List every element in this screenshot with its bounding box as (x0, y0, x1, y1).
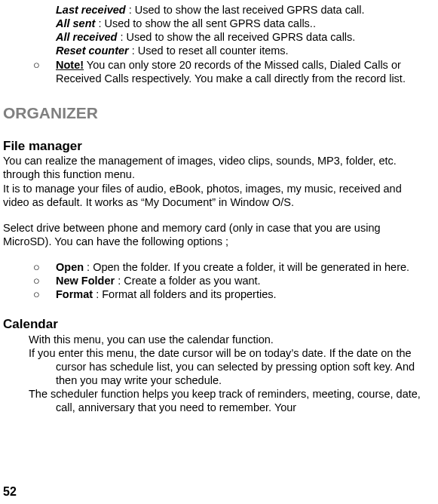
item-text: : Format all folders and its properties. (93, 288, 276, 300)
text: : Used to show the last received GPRS da… (126, 4, 365, 16)
definition-reset-counter: Reset counter : Used to reset all counte… (3, 44, 429, 57)
fm-paragraph-3: Select drive between phone and memory ca… (3, 221, 429, 248)
text: : Used to show the all sent GPRS data ca… (95, 17, 316, 29)
cal-paragraph-1: With this menu, you can use the calendar… (29, 333, 429, 346)
item-label: New Folder (56, 275, 115, 287)
list-item: ○ Open : Open the folder. If you create … (3, 260, 429, 274)
heading-file-manager: File manager (3, 138, 429, 154)
bullet-icon: ○ (29, 58, 56, 85)
definition-last-received: Last received : Used to show the last re… (3, 3, 429, 17)
heading-organizer: ORGANIZER (3, 103, 429, 123)
list-item: ○ New Folder : Create a folder as you wa… (3, 274, 429, 287)
heading-calendar: Calendar (3, 316, 429, 332)
document-page: Last received : Used to show the last re… (0, 0, 438, 414)
bullet-icon: ○ (29, 274, 56, 287)
text: : Used to reset all counter items. (129, 45, 289, 57)
note-text: You can only store 20 records of the Mis… (56, 59, 406, 85)
item-label: Open (56, 261, 84, 273)
item-label: Format (56, 288, 93, 300)
note-label: Note! (56, 59, 84, 71)
definition-all-sent: All sent : Used to show the all sent GPR… (3, 17, 429, 30)
bullet-icon: ○ (29, 287, 56, 301)
fm-paragraph-2: It is to manage your files of audio, eBo… (3, 182, 429, 209)
text: : Used to show the all received GPRS dat… (117, 31, 355, 43)
list-item: ○ Format : Format all folders and its pr… (3, 287, 429, 301)
note-content: Note! You can only store 20 records of t… (56, 58, 429, 85)
label: Reset counter (56, 45, 129, 57)
definition-all-received: All received : Used to show the all rece… (3, 30, 429, 44)
cal-paragraph-2: If you enter this menu, the date cursor … (29, 346, 429, 387)
label: All sent (56, 17, 95, 29)
cal-paragraph-3: The scheduler function helps you keep tr… (29, 387, 429, 414)
label: All received (56, 31, 117, 43)
item-text: : Create a folder as you want. (115, 275, 260, 287)
page-number: 52 (3, 484, 17, 499)
item-text: : Open the folder. If you create a folde… (84, 261, 409, 273)
label: Last received (56, 4, 126, 16)
fm-paragraph-1: You can realize the management of images… (3, 154, 429, 181)
note-row: ○ Note! You can only store 20 records of… (3, 58, 429, 85)
bullet-icon: ○ (29, 260, 56, 274)
